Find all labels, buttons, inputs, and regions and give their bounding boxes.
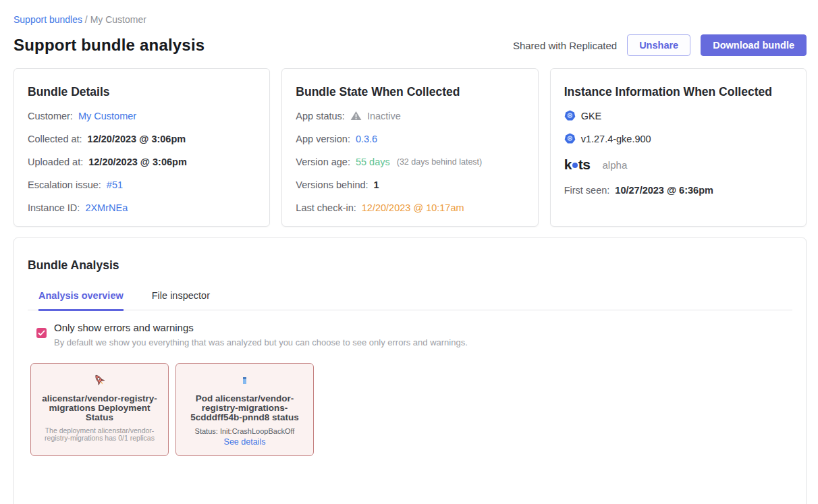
kots-logo-ts: ts xyxy=(578,157,591,173)
app-status-value: Inactive xyxy=(367,111,401,121)
app-version-link[interactable]: 0.3.6 xyxy=(356,134,377,144)
detail-row-escalation: Escalation issue: #51 xyxy=(28,178,256,191)
issue-message: The deployment alicenstar/vendor-registr… xyxy=(38,427,161,442)
bundle-state-title: Bundle State When Collected xyxy=(296,85,524,99)
issue-card-pod-status[interactable]: Pod alicenstar/vendor-registry-migration… xyxy=(175,363,314,456)
page-header: Support bundle analysis Shared with Repl… xyxy=(13,34,807,56)
only-errors-checkbox[interactable] xyxy=(36,328,47,338)
last-checkin-row: Last check-in: 12/20/2023 @ 10:17am xyxy=(296,201,524,214)
warning-triangle-icon xyxy=(350,111,362,121)
first-seen-row: First seen: 10/27/2023 @ 6:36pm xyxy=(564,184,792,196)
detail-row-customer: Customer: My Customer xyxy=(28,109,256,122)
detail-row-collected: Collected at: 12/20/2023 @ 3:06pm xyxy=(28,132,256,145)
instance-info-title: Instance Information When Collected xyxy=(564,85,792,99)
versions-behind-row: Versions behind: 1 xyxy=(296,178,524,191)
detail-row-uploaded: Uploaded at: 12/20/2023 @ 3:06pm xyxy=(28,155,256,168)
tab-file-inspector[interactable]: File inspector xyxy=(152,290,210,311)
kots-row: kts alpha xyxy=(564,157,792,173)
bundle-analysis-title: Bundle Analysis xyxy=(28,258,792,273)
kots-logo-o-icon xyxy=(572,163,578,168)
filter-label[interactable]: Only show errors and warnings xyxy=(54,322,468,333)
instance-id-link[interactable]: 2XMrNEa xyxy=(85,202,128,213)
unshare-button[interactable]: Unshare xyxy=(627,34,690,56)
download-bundle-button[interactable]: Download bundle xyxy=(701,34,807,56)
row-label: Version age: xyxy=(296,157,350,167)
filter-description: By default we show you everything that w… xyxy=(54,337,468,347)
row-label: App version: xyxy=(296,134,350,144)
version-age-row: Version age: 55 days (32 days behind lat… xyxy=(296,155,524,168)
customer-link[interactable]: My Customer xyxy=(78,111,136,121)
last-checkin-value: 12/20/2023 @ 10:17am xyxy=(362,202,464,213)
kubernetes-icon xyxy=(564,110,576,121)
row-label: Customer: xyxy=(28,111,73,121)
kots-channel: alpha xyxy=(603,159,628,171)
breadcrumb: Support bundles / My Customer xyxy=(13,14,807,25)
row-label: Last check-in: xyxy=(296,202,356,213)
instance-info-card: Instance Information When Collected GKE … xyxy=(550,68,807,227)
version-age-value: 55 days xyxy=(356,157,390,167)
versions-behind-value: 1 xyxy=(374,179,379,190)
issue-status: Status: Init:CrashLoopBackOff xyxy=(183,427,306,435)
uploaded-at-value: 12/20/2023 @ 3:06pm xyxy=(88,157,187,167)
page-title: Support bundle analysis xyxy=(13,36,204,55)
issue-cards-row: alicenstar/vendor-registry-migrations De… xyxy=(28,363,792,456)
header-actions: Shared with Replicated Unshare Download … xyxy=(513,34,807,56)
support-bundle-analysis-page: Support bundles / My Customer Support bu… xyxy=(0,0,818,504)
checkmark-icon xyxy=(38,330,45,336)
k8s-version-row: v1.27.4-gke.900 xyxy=(564,132,792,145)
row-label: Versions behind: xyxy=(296,179,368,190)
row-label: Escalation issue: xyxy=(28,179,101,190)
row-label: First seen: xyxy=(564,185,610,196)
rocket-icon xyxy=(38,372,161,389)
kots-logo: kts xyxy=(564,157,591,173)
escalation-issue-link[interactable]: #51 xyxy=(107,179,123,190)
row-label: Instance ID: xyxy=(28,202,80,213)
bundle-state-card: Bundle State When Collected App status: … xyxy=(281,68,538,227)
breadcrumb-current: My Customer xyxy=(90,14,146,25)
app-status-row: App status: Inactive xyxy=(296,109,524,122)
collected-at-value: 12/20/2023 @ 3:06pm xyxy=(88,134,186,144)
kubernetes-icon xyxy=(564,133,576,144)
see-details-link[interactable]: See details xyxy=(224,437,266,447)
k8s-version-value: v1.27.4-gke.900 xyxy=(581,134,651,144)
first-seen-value: 10/27/2023 @ 6:36pm xyxy=(615,185,713,196)
tab-analysis-overview[interactable]: Analysis overview xyxy=(38,290,124,311)
bundle-details-title: Bundle Details xyxy=(28,85,256,99)
bundle-details-card: Bundle Details Customer: My Customer Col… xyxy=(13,68,270,227)
info-cards-row: Bundle Details Customer: My Customer Col… xyxy=(13,68,807,227)
detail-row-instance-id: Instance ID: 2XMrNEa xyxy=(28,201,256,214)
shared-status-text: Shared with Replicated xyxy=(513,40,617,51)
issue-title: Pod alicenstar/vendor-registry-migration… xyxy=(183,394,306,422)
breadcrumb-support-bundles-link[interactable]: Support bundles xyxy=(13,14,82,25)
errors-warnings-filter: Only show errors and warnings By default… xyxy=(28,322,792,347)
row-label: Uploaded at: xyxy=(28,157,83,167)
filter-text-block: Only show errors and warnings By default… xyxy=(54,322,468,347)
issue-title: alicenstar/vendor-registry-migrations De… xyxy=(38,394,161,422)
app-version-row: App version: 0.3.6 xyxy=(296,132,524,145)
row-label: App status: xyxy=(296,111,345,121)
bundle-analysis-card: Bundle Analysis Analysis overview File i… xyxy=(13,237,807,504)
breadcrumb-separator: / xyxy=(85,14,88,25)
analysis-tabs: Analysis overview File inspector xyxy=(28,290,792,310)
kots-logo-k: k xyxy=(564,157,572,173)
pod-icon xyxy=(183,372,306,389)
distribution-value: GKE xyxy=(581,111,602,121)
version-age-note: (32 days behind latest) xyxy=(397,157,482,167)
distribution-row: GKE xyxy=(564,109,792,122)
issue-card-deployment[interactable]: alicenstar/vendor-registry-migrations De… xyxy=(30,363,169,456)
row-label: Collected at: xyxy=(28,134,82,144)
